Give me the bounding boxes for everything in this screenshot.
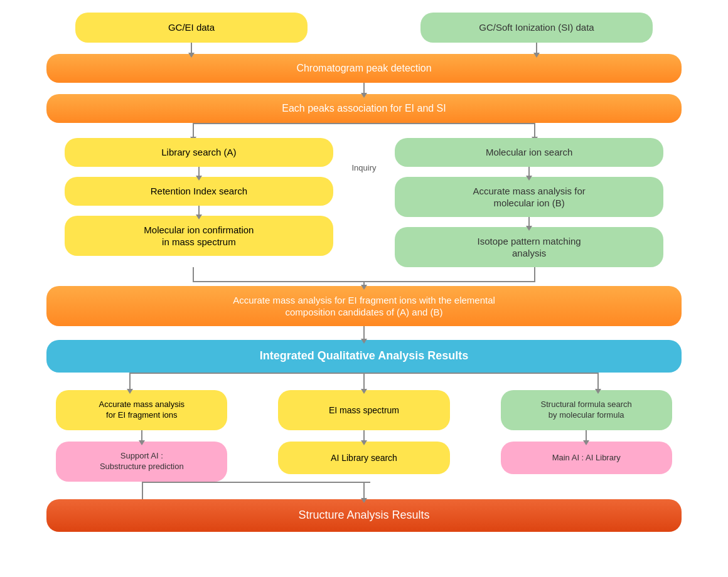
bottom-mid-box2: AI Library search	[278, 442, 449, 474]
left-box3: Molecular ion confirmation in mass spect…	[65, 216, 333, 256]
integrated-row: Integrated Qualitative Analysis Results	[19, 340, 709, 373]
bottom-left-box1: Accurate mass analysis for EI fragment i…	[56, 390, 227, 430]
bottom-section: Accurate mass analysis for EI fragment i…	[46, 390, 682, 482]
step2-row: Each peaks association for EI and SI	[19, 94, 709, 123]
bottom-right-col: Structural formula search by molecular f…	[491, 390, 682, 474]
source-row: GC/EI data GC/Soft Ionization (SI) data	[19, 13, 709, 54]
step3-row: Accurate mass analysis for EI fragment i…	[19, 286, 709, 326]
source-left-box: GC/EI data	[75, 13, 308, 43]
step1-box: Chromatogram peak detection	[46, 54, 682, 83]
bottom-mid-box1: EI mass spectrum	[278, 390, 449, 430]
right-column: Molecular ion search Accurate mass analy…	[377, 138, 682, 267]
inquiry-label: Inquiry	[351, 163, 376, 172]
final-row: Structure Analysis Results	[19, 499, 709, 532]
step1-row: Chromatogram peak detection	[19, 54, 709, 83]
left-box2: Retention Index search	[65, 177, 333, 206]
bottom-right-box1: Structural formula search by molecular f…	[501, 390, 672, 430]
right-box1: Molecular ion search	[395, 138, 663, 167]
left-column: Library search (A) Retention Index searc…	[46, 138, 351, 256]
right-box2: Accurate mass analysis for molecular ion…	[395, 177, 663, 217]
bottom-mid-col: EI mass spectrum AI Library search	[269, 390, 459, 474]
source-right-box: GC/Soft Ionization (SI) data	[420, 13, 653, 43]
step2-box: Each peaks association for EI and SI	[46, 94, 682, 123]
split-row: Library search (A) Retention Index searc…	[46, 138, 682, 267]
bottom-right-box2: Main AI : AI Library	[501, 442, 672, 474]
diagram: GC/EI data GC/Soft Ionization (SI) data …	[19, 13, 709, 532]
bottom-left-col: Accurate mass analysis for EI fragment i…	[46, 390, 237, 482]
left-box1: Library search (A)	[65, 138, 333, 167]
step3-box: Accurate mass analysis for EI fragment i…	[46, 286, 682, 326]
right-box3: Isotope pattern matching analysis	[395, 227, 663, 267]
bottom-left-box2: Support AI : Substructure prediction	[56, 442, 227, 482]
final-box: Structure Analysis Results	[46, 499, 682, 532]
integrated-box: Integrated Qualitative Analysis Results	[46, 340, 682, 373]
